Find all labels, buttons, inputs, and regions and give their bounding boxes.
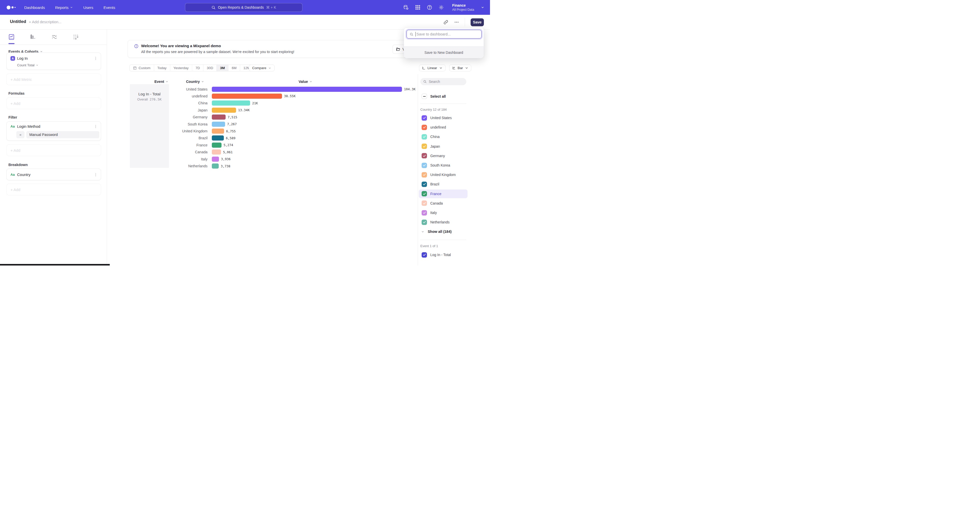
range-30d[interactable]: 30D bbox=[204, 65, 217, 71]
add-formula-placeholder[interactable]: + Add bbox=[6, 97, 101, 109]
data-management-icon[interactable] bbox=[403, 5, 409, 10]
tab-flows-icon[interactable] bbox=[51, 34, 58, 40]
tab-insights-icon[interactable] bbox=[8, 34, 15, 40]
legend-checkbox[interactable] bbox=[422, 134, 427, 139]
kebab-menu-icon[interactable] bbox=[94, 56, 98, 60]
check-icon bbox=[423, 201, 426, 205]
filter-card-login-method[interactable]: Aa Login Method = Manual Password bbox=[6, 121, 101, 141]
bar-segment[interactable] bbox=[212, 157, 219, 162]
legend-row-united-states[interactable]: United States bbox=[419, 114, 468, 122]
save-to-dashboard-input[interactable]: Save to dashboard... bbox=[407, 30, 482, 38]
range-today[interactable]: Today bbox=[154, 65, 170, 71]
save-to-new-dashboard-button[interactable]: Save to New Dashboard bbox=[404, 46, 484, 58]
nav-item-dashboards[interactable]: Dashboards bbox=[24, 5, 45, 10]
range-3m[interactable]: 3M bbox=[217, 65, 228, 71]
legend-row-netherlands[interactable]: Netherlands bbox=[419, 218, 468, 227]
legend-checkbox[interactable] bbox=[422, 200, 427, 206]
legend-checkbox[interactable] bbox=[422, 182, 427, 187]
copy-link-icon[interactable] bbox=[443, 20, 449, 25]
legend-checkbox[interactable] bbox=[422, 252, 427, 258]
legend-row-canada[interactable]: Canada bbox=[419, 199, 468, 208]
bar-segment[interactable] bbox=[212, 108, 236, 113]
filter-operator[interactable]: = bbox=[16, 131, 24, 138]
aggregation-dropdown[interactable]: Count Total bbox=[17, 63, 38, 67]
metric-event-name[interactable]: Log In bbox=[17, 56, 28, 60]
compare-button[interactable]: Compare bbox=[249, 65, 275, 71]
report-title[interactable]: Untitled bbox=[10, 19, 26, 24]
bar-segment[interactable] bbox=[212, 149, 221, 155]
nav-item-events[interactable]: Events bbox=[103, 5, 115, 10]
bar-segment[interactable] bbox=[212, 87, 402, 92]
metric-card-log-in[interactable]: A Log In Count Total bbox=[6, 52, 101, 70]
show-all-toggle[interactable]: Show all (184) bbox=[421, 230, 452, 234]
nav-item-users[interactable]: Users bbox=[83, 5, 93, 10]
legend-label: Japan bbox=[430, 144, 440, 149]
bar-segment[interactable] bbox=[212, 163, 219, 169]
legend-row-log-in---total[interactable]: Log In - Total bbox=[419, 250, 468, 259]
more-options-icon[interactable] bbox=[454, 20, 459, 25]
legend-row-undefined[interactable]: undefined bbox=[419, 123, 468, 132]
add-filter-placeholder[interactable]: + Add bbox=[6, 144, 101, 156]
add-metric-placeholder[interactable]: + Add Metric bbox=[6, 73, 101, 85]
apps-grid-icon[interactable] bbox=[415, 5, 421, 10]
legend-checkbox[interactable] bbox=[422, 163, 427, 168]
legend-row-italy[interactable]: Italy bbox=[419, 208, 468, 217]
legend-checkbox[interactable] bbox=[422, 125, 427, 130]
legend-checkbox[interactable] bbox=[422, 153, 427, 159]
legend-row-japan[interactable]: Japan bbox=[419, 142, 468, 151]
legend-row-united-kingdom[interactable]: United Kingdom bbox=[419, 170, 468, 179]
chevron-down-icon bbox=[481, 6, 484, 9]
help-icon[interactable] bbox=[427, 5, 432, 10]
country-group-label: Country 12 of 184 bbox=[420, 108, 447, 111]
breakdown-property-name[interactable]: Country bbox=[17, 173, 30, 177]
bar-segment[interactable] bbox=[212, 128, 224, 134]
select-all-checkbox[interactable] bbox=[422, 94, 427, 99]
column-header-event[interactable]: Event bbox=[154, 79, 169, 84]
range-custom[interactable]: Custom bbox=[130, 65, 154, 71]
filter-value[interactable]: Manual Password bbox=[26, 131, 99, 138]
select-all-row[interactable]: Select all bbox=[422, 94, 446, 99]
add-breakdown-placeholder[interactable]: + Add bbox=[6, 184, 101, 195]
column-header-value[interactable]: Value bbox=[299, 79, 312, 84]
tab-retention-icon[interactable] bbox=[73, 34, 79, 40]
range-7d[interactable]: 7D bbox=[192, 65, 204, 71]
legend-row-south-korea[interactable]: South Korea bbox=[419, 161, 468, 170]
bar-segment[interactable] bbox=[212, 100, 250, 106]
bar-segment[interactable] bbox=[212, 135, 224, 141]
range-yesterday[interactable]: Yesterday bbox=[170, 65, 192, 71]
column-header-country[interactable]: Country bbox=[186, 79, 204, 84]
legend-row-china[interactable]: China bbox=[419, 132, 468, 141]
legend-checkbox[interactable] bbox=[422, 144, 427, 149]
breakdown-card-country[interactable]: Aa Country bbox=[6, 169, 101, 180]
bar-segment[interactable] bbox=[212, 94, 282, 99]
bar-segment[interactable] bbox=[212, 143, 221, 148]
kebab-menu-icon[interactable] bbox=[94, 124, 98, 128]
legend-checkbox[interactable] bbox=[422, 115, 427, 120]
save-to-dashboard-placeholder: Save to dashboard... bbox=[417, 32, 451, 36]
chevron-down-icon bbox=[268, 67, 271, 70]
tab-funnels-icon[interactable] bbox=[30, 34, 36, 40]
legend-checkbox[interactable] bbox=[422, 220, 427, 225]
filter-property-name[interactable]: Login Method bbox=[17, 124, 40, 128]
legend-checkbox[interactable] bbox=[422, 210, 427, 216]
legend-search-input[interactable]: Search bbox=[420, 78, 466, 85]
add-description-placeholder[interactable]: + Add description... bbox=[29, 20, 62, 24]
legend-checkbox[interactable] bbox=[422, 172, 427, 178]
project-switcher[interactable]: Finance All Project Data bbox=[452, 3, 484, 12]
bar-segment[interactable] bbox=[212, 114, 226, 120]
global-search-input[interactable]: Open Reports & Dashboards ⌘ + K bbox=[185, 3, 302, 12]
check-icon bbox=[423, 125, 426, 129]
range-6m[interactable]: 6M bbox=[228, 65, 240, 71]
bar-segment[interactable] bbox=[212, 122, 225, 127]
legend-checkbox[interactable] bbox=[422, 191, 427, 197]
mixpanel-logo-icon[interactable] bbox=[6, 6, 16, 10]
save-to-dashboard-popup: Save to dashboard... Save to New Dashboa… bbox=[404, 27, 484, 58]
legend-row-france[interactable]: France bbox=[419, 190, 468, 198]
legend-row-germany[interactable]: Germany bbox=[419, 152, 468, 160]
settings-gear-icon[interactable] bbox=[438, 5, 444, 10]
nav-item-reports[interactable]: Reports bbox=[55, 5, 73, 10]
check-icon bbox=[423, 192, 426, 196]
save-button[interactable]: Save bbox=[471, 18, 484, 26]
legend-row-brazil[interactable]: Brazil bbox=[419, 180, 468, 189]
kebab-menu-icon[interactable] bbox=[94, 173, 98, 177]
